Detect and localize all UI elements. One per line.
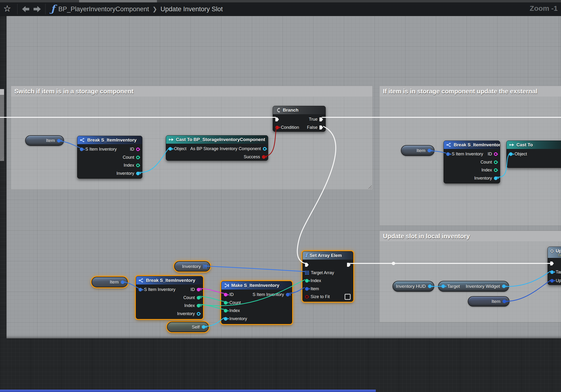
breadcrumb-function-name[interactable]: Update Inventory Slot bbox=[161, 6, 223, 13]
node-break-s-iteminventory[interactable]: Break S_ItemInventory S Item Inventory I… bbox=[136, 276, 203, 319]
comment-external-update-title: If item is in storage component update t… bbox=[383, 88, 537, 95]
node-header[interactable]: Break S_ItemInventory bbox=[136, 276, 203, 285]
bottom-accent-strip bbox=[0, 390, 376, 392]
exec-in-pin[interactable] bbox=[305, 263, 309, 267]
node-update-widget-clipped[interactable]: ◇ Upda Targ Targ Upda bbox=[548, 247, 561, 285]
comment-update-local-header[interactable]: Update slot in local inventory bbox=[380, 231, 561, 241]
id-output-pin[interactable] bbox=[136, 147, 140, 151]
node-title: Cast To bbox=[517, 142, 533, 147]
inventory-output-pin[interactable] bbox=[136, 172, 140, 175]
exec-in-pin[interactable] bbox=[550, 261, 554, 266]
id-output-pin[interactable] bbox=[197, 288, 200, 291]
item-input-pin[interactable] bbox=[305, 287, 309, 291]
node-title: Break S_ItemInventory bbox=[146, 278, 195, 283]
variable-pill-inventory[interactable]: Inventory bbox=[174, 261, 210, 272]
pin-label: Condition bbox=[281, 125, 299, 130]
node-header[interactable]: Cast To BP_StorageInventoryComponent bbox=[166, 135, 268, 144]
variable-pill-item[interactable]: Item bbox=[468, 296, 509, 307]
object-output-pin[interactable] bbox=[502, 285, 506, 288]
variable-pill-self[interactable]: Self bbox=[167, 322, 209, 332]
object-output-pin[interactable] bbox=[121, 280, 124, 284]
object-input-pin[interactable] bbox=[509, 152, 513, 156]
object-input-pin[interactable] bbox=[168, 147, 172, 151]
count-output-pin[interactable] bbox=[494, 160, 497, 164]
exec-false-pin[interactable] bbox=[319, 125, 323, 130]
inventory-input-pin[interactable] bbox=[224, 317, 227, 321]
struct-output-pin[interactable] bbox=[286, 293, 290, 297]
pill-label: Item bbox=[110, 279, 119, 285]
blueprint-graph-canvas[interactable]: Switch if item is in a storage component… bbox=[0, 0, 561, 392]
exec-true-pin[interactable] bbox=[319, 117, 323, 121]
count-input-pin[interactable] bbox=[224, 301, 227, 305]
node-header[interactable]: Cast To bbox=[507, 141, 561, 149]
node-branch[interactable]: Branch True Condition False bbox=[273, 106, 326, 132]
inventory-output-pin[interactable] bbox=[494, 176, 497, 180]
self-output-pin[interactable] bbox=[202, 325, 205, 329]
node-header[interactable]: Break S_ItemInventory bbox=[444, 141, 500, 149]
object-output-pin[interactable] bbox=[57, 139, 61, 143]
id-input-pin[interactable] bbox=[224, 293, 227, 297]
variable-pill-inventory-hud[interactable]: Inventory HUD bbox=[393, 281, 434, 292]
comment-external-update-header[interactable]: If item is in storage component update t… bbox=[380, 86, 561, 96]
pin-label: Index bbox=[481, 168, 492, 173]
exec-out-pin[interactable] bbox=[347, 263, 351, 267]
back-arrow-icon[interactable] bbox=[22, 6, 29, 12]
target-input-pin[interactable] bbox=[442, 285, 445, 288]
target-input-pin[interactable] bbox=[550, 270, 554, 274]
struct-input-pin[interactable] bbox=[446, 152, 450, 156]
node-header[interactable]: ◇ Upda Targ bbox=[548, 247, 561, 258]
node-cast-to-clipped[interactable]: Cast To Object bbox=[506, 141, 561, 168]
struct-input-pin[interactable] bbox=[139, 288, 142, 291]
variable-pill-inventory-widget[interactable]: Target Inventory Widget bbox=[438, 281, 509, 292]
index-output-pin[interactable] bbox=[197, 304, 200, 308]
variable-pill-item[interactable]: Item bbox=[25, 135, 64, 146]
update-input-pin[interactable] bbox=[550, 279, 554, 283]
pin-label: Inventory bbox=[229, 316, 247, 321]
variable-pill-item[interactable]: Item bbox=[401, 145, 434, 156]
id-output-pin[interactable] bbox=[494, 152, 497, 156]
node-break-s-iteminventory[interactable]: Break S_ItemInventory S Item Inventory I… bbox=[77, 136, 142, 179]
pin-label: Inventory bbox=[474, 176, 492, 181]
size-to-fit-checkbox[interactable] bbox=[345, 294, 351, 300]
favorite-star-icon[interactable]: ☆ bbox=[3, 4, 11, 14]
index-output-pin[interactable] bbox=[136, 164, 140, 167]
object-output-pin[interactable] bbox=[428, 149, 431, 152]
forward-arrow-icon[interactable] bbox=[33, 6, 41, 12]
comment-resize-handle[interactable] bbox=[367, 184, 372, 189]
node-cast-to-storage-inventory[interactable]: Cast To BP_StorageInventoryComponent Obj… bbox=[166, 135, 268, 161]
array-output-pin[interactable] bbox=[203, 265, 207, 268]
node-set-array-elem[interactable]: f Set Array Elem Target Array Index Item… bbox=[302, 251, 353, 302]
node-header[interactable]: Break S_ItemInventory bbox=[77, 136, 142, 144]
cast-icon bbox=[509, 143, 514, 147]
node-make-s-iteminventory[interactable]: Make S_ItemInventory ID S Item Inventory… bbox=[221, 281, 292, 324]
node-break-s-iteminventory[interactable]: Break S_ItemInventory S Item Inventory I… bbox=[443, 141, 500, 183]
index-input-pin[interactable] bbox=[224, 309, 227, 312]
count-output-pin[interactable] bbox=[136, 156, 140, 159]
index-input-pin[interactable] bbox=[305, 279, 309, 283]
pin-label: Count bbox=[480, 160, 492, 165]
target-array-input-pin[interactable] bbox=[305, 271, 309, 275]
clipped-left-comment-header[interactable] bbox=[0, 89, 4, 95]
size-to-fit-input-pin[interactable] bbox=[305, 295, 309, 299]
as-storage-output-pin[interactable] bbox=[263, 147, 267, 151]
object-output-pin[interactable] bbox=[428, 285, 432, 288]
node-header[interactable]: Make S_ItemInventory bbox=[221, 281, 292, 289]
pin-label: Inventory bbox=[117, 171, 134, 176]
inventory-output-pin[interactable] bbox=[197, 312, 200, 316]
pin-label: S Item Inventory bbox=[253, 292, 284, 297]
object-output-pin[interactable] bbox=[503, 299, 506, 303]
pin-label: ID bbox=[191, 287, 195, 292]
zoom-indicator: Zoom -1 bbox=[530, 4, 558, 12]
comment-switch-storage-header[interactable]: Switch if item is in a storage component bbox=[11, 86, 372, 96]
variable-pill-item[interactable]: Item bbox=[92, 277, 128, 287]
index-output-pin[interactable] bbox=[494, 168, 497, 172]
comment-resize-handle[interactable] bbox=[0, 156, 4, 161]
condition-input-pin[interactable] bbox=[275, 126, 279, 129]
breadcrumb-blueprint-name[interactable]: BP_PlayerInventoryComponent bbox=[58, 6, 149, 13]
node-header[interactable]: Branch bbox=[273, 106, 325, 114]
exec-in-pin[interactable] bbox=[275, 117, 279, 121]
success-output-pin[interactable] bbox=[262, 155, 266, 159]
count-output-pin[interactable] bbox=[197, 296, 200, 299]
node-header[interactable]: f Set Array Elem bbox=[303, 251, 353, 259]
struct-input-pin[interactable] bbox=[80, 147, 83, 151]
